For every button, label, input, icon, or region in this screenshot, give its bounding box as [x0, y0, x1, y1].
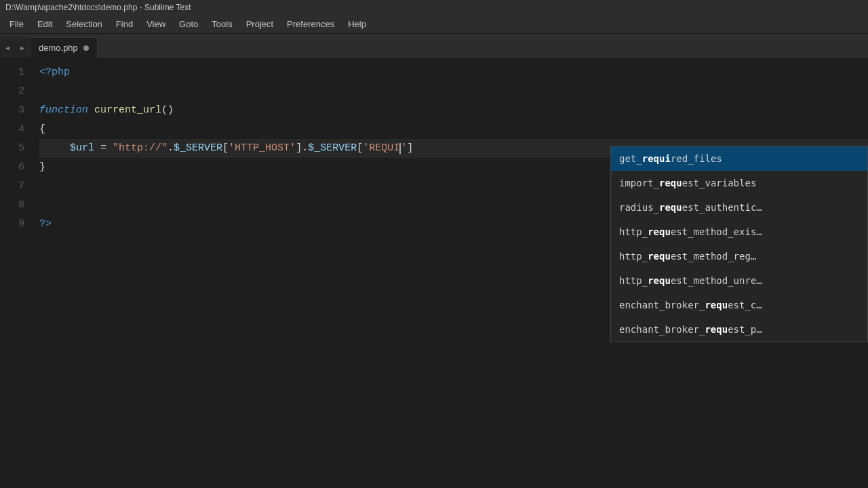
- tab-modified-indicator: [83, 45, 89, 51]
- line-num-6: 6: [0, 158, 24, 177]
- menu-selection[interactable]: Selection: [59, 16, 108, 32]
- autocomplete-item-2[interactable]: import_request_variables: [611, 171, 867, 195]
- line-num-5: 5: [0, 139, 24, 158]
- menu-view[interactable]: View: [140, 16, 172, 32]
- autocomplete-item-6[interactable]: http_request_method_unre…: [611, 268, 867, 293]
- code-line-2: [39, 82, 868, 101]
- autocomplete-item-4[interactable]: http_request_method_exis…: [611, 220, 867, 244]
- tab-label: demo.php: [39, 43, 78, 53]
- autocomplete-item-8[interactable]: enchant_broker_request_p…: [611, 317, 867, 342]
- autocomplete-item-1[interactable]: get_required_files: [611, 146, 867, 171]
- code-line-1: <?php: [39, 63, 868, 82]
- code-line-3: function current_url (): [39, 101, 868, 120]
- function-name: current_url: [94, 101, 161, 120]
- autocomplete-item-5[interactable]: http_request_method_reg…: [611, 244, 867, 268]
- line-num-7: 7: [0, 177, 24, 196]
- title-text: D:\Wamp\apache2\htdocs\demo.php - Sublim…: [5, 3, 191, 12]
- autocomplete-item-7[interactable]: enchant_broker_request_c…: [611, 293, 867, 317]
- line-num-8: 8: [0, 196, 24, 215]
- autocomplete-item-3[interactable]: radius_request_authentic…: [611, 195, 867, 220]
- line-num-3: 3: [0, 101, 24, 120]
- tab-nav-prev[interactable]: ◂: [0, 37, 15, 58]
- menu-file[interactable]: File: [3, 16, 31, 32]
- php-open-tag: <?php: [39, 63, 70, 82]
- line-numbers: 1 2 3 4 5 6 7 8 9: [0, 58, 34, 488]
- tab-nav-next[interactable]: ▸: [15, 37, 30, 58]
- menu-preferences[interactable]: Preferences: [280, 16, 341, 32]
- tab-bar: ◂ ▸ demo.php: [0, 34, 868, 58]
- menu-project[interactable]: Project: [239, 16, 280, 32]
- menu-goto[interactable]: Goto: [172, 16, 205, 32]
- menu-edit[interactable]: Edit: [31, 16, 59, 32]
- menu-find[interactable]: Find: [109, 16, 140, 32]
- line-num-2: 2: [0, 82, 24, 101]
- menu-tools[interactable]: Tools: [205, 16, 239, 32]
- line-num-1: 1: [0, 63, 24, 82]
- menu-bar: File Edit Selection Find View Goto Tools…: [0, 15, 868, 34]
- code-line-4: {: [39, 120, 868, 139]
- php-close-tag: ?>: [39, 215, 52, 234]
- keyword-function: function: [39, 101, 88, 120]
- autocomplete-dropdown[interactable]: get_required_files import_request_variab…: [610, 146, 868, 342]
- title-bar: D:\Wamp\apache2\htdocs\demo.php - Sublim…: [0, 0, 868, 15]
- line-num-9: 9: [0, 215, 24, 234]
- tab-demo-php[interactable]: demo.php: [30, 37, 98, 58]
- menu-help[interactable]: Help: [341, 16, 373, 32]
- line-num-4: 4: [0, 120, 24, 139]
- editor: 1 2 3 4 5 6 7 8 9 <?php function current…: [0, 58, 868, 488]
